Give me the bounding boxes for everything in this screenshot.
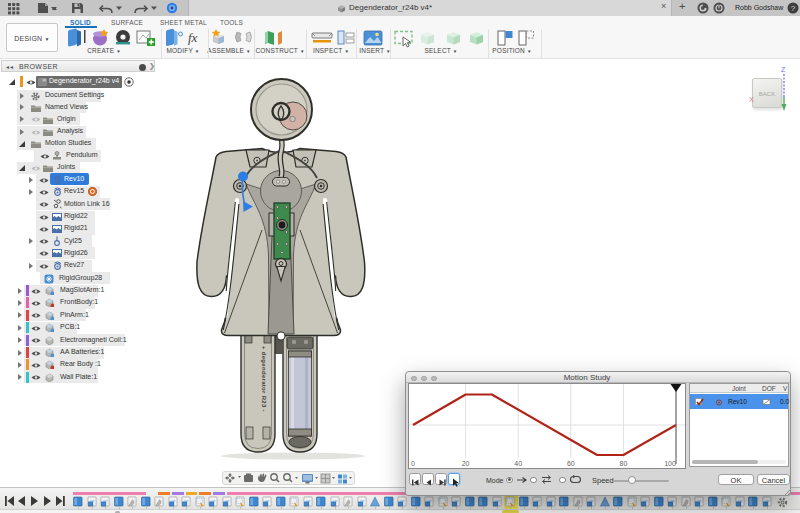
svg-text:100: 100: [664, 460, 676, 467]
svg-text:+ degenderator R23 -: + degenderator R23 -: [261, 346, 267, 412]
svg-text:40: 40: [514, 460, 522, 467]
svg-text:X: X: [749, 95, 754, 104]
svg-text:?: ?: [791, 4, 796, 13]
svg-text:Z: Z: [781, 66, 786, 73]
svg-text:80: 80: [620, 460, 628, 467]
svg-text:60: 60: [567, 460, 575, 467]
svg-text:fx: fx: [188, 30, 198, 45]
svg-text:20: 20: [462, 460, 470, 467]
svg-text:0: 0: [411, 460, 415, 467]
